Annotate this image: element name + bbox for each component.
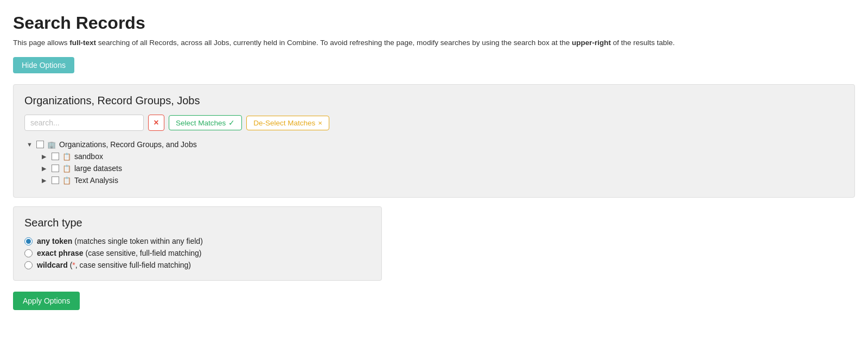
tree-row-sandbox: 📋 sandbox (27, 150, 844, 162)
orgs-section-title: Organizations, Record Groups, Jobs (24, 94, 844, 107)
tree-arrow-large-datasets[interactable] (42, 165, 49, 172)
search-type-section: Search type any token (matches single to… (13, 206, 382, 281)
select-matches-button[interactable]: Select Matches ✓ (169, 115, 242, 130)
apply-options-button[interactable]: Apply Options (13, 292, 80, 310)
orgs-search-input[interactable] (24, 115, 144, 131)
search-type-title: Search type (24, 217, 371, 229)
deselect-matches-icon: × (318, 119, 322, 127)
radio-label-bold-exact-phrase: exact phrase (37, 249, 84, 257)
radio-wildcard[interactable] (24, 261, 33, 269)
orgs-search-bar: × Select Matches ✓ De-Select Matches × (24, 115, 844, 131)
tree-checkbox-root[interactable] (36, 141, 44, 148)
tree-checkbox-sandbox[interactable] (52, 153, 59, 160)
orgs-tree: 🏢 Organizations, Record Groups, and Jobs… (24, 138, 844, 186)
tree-arrow-sandbox[interactable] (42, 153, 49, 160)
tree-icon-large-datasets: 📋 (62, 165, 71, 173)
tree-label-text-analysis: Text Analysis (74, 176, 118, 185)
select-matches-icon: ✓ (228, 118, 235, 127)
tree-label-root: Organizations, Record Groups, and Jobs (59, 140, 197, 149)
radio-label-bold-any-token: any token (37, 237, 72, 245)
radio-label-wildcard: wildcard (*, case sensitive full-field m… (37, 261, 191, 269)
deselect-matches-button[interactable]: De-Select Matches × (246, 116, 329, 130)
tree-checkbox-large-datasets[interactable] (52, 165, 59, 172)
tree-arrow-text-analysis[interactable] (42, 177, 49, 184)
select-matches-label: Select Matches (176, 119, 226, 127)
tree-label-large-datasets: large datasets (74, 164, 122, 173)
tree-icon-text-analysis: 📋 (62, 176, 71, 185)
radio-row-any-token[interactable]: any token (matches single token within a… (24, 237, 371, 245)
tree-label-sandbox: sandbox (74, 152, 103, 161)
tree-arrow-root[interactable] (27, 141, 34, 148)
radio-label-any-token: any token (matches single token within a… (37, 237, 203, 245)
page-title: Search Records (13, 13, 855, 33)
radio-label-bold-wildcard: wildcard (37, 261, 68, 269)
orgs-section: Organizations, Record Groups, Jobs × Sel… (13, 84, 855, 198)
radio-row-exact-phrase[interactable]: exact phrase (case sensitive, full-field… (24, 249, 371, 257)
tree-icon-root: 🏢 (47, 141, 56, 149)
tree-checkbox-text-analysis[interactable] (52, 176, 59, 184)
tree-icon-sandbox: 📋 (62, 153, 71, 161)
wildcard-star-icon: * (72, 261, 75, 269)
radio-label-rest-exact-phrase: (case sensitive, full-field matching) (84, 249, 202, 257)
page-description: This page allows full-text searching of … (13, 37, 855, 48)
radio-exact-phrase[interactable] (24, 249, 33, 257)
tree-row-text-analysis: 📋 Text Analysis (27, 174, 844, 186)
radio-any-token[interactable] (24, 237, 33, 245)
orgs-search-clear-button[interactable]: × (148, 115, 164, 131)
deselect-matches-label: De-Select Matches (253, 119, 315, 127)
search-type-radio-group: any token (matches single token within a… (24, 237, 371, 269)
radio-label-rest-wildcard: (*, case sensitive full-field matching) (68, 261, 191, 269)
tree-row-large-datasets: 📋 large datasets (27, 162, 844, 174)
tree-row-root: 🏢 Organizations, Record Groups, and Jobs (27, 138, 844, 150)
radio-row-wildcard[interactable]: wildcard (*, case sensitive full-field m… (24, 261, 371, 269)
hide-options-button[interactable]: Hide Options (13, 57, 74, 73)
radio-label-rest-any-token: (matches single token within any field) (72, 237, 202, 245)
radio-label-exact-phrase: exact phrase (case sensitive, full-field… (37, 249, 201, 257)
